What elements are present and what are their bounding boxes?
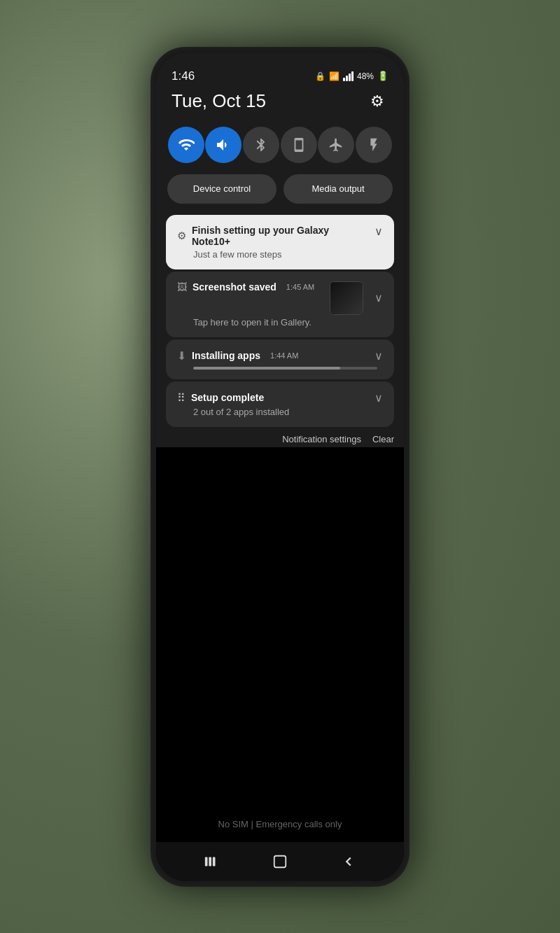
screen-toggle[interactable] <box>281 127 317 163</box>
airplane-toggle[interactable] <box>318 127 354 163</box>
installing-progress-bar <box>193 367 377 370</box>
notif-installing-expand-icon[interactable]: ∨ <box>374 349 383 363</box>
status-time: 1:46 <box>172 69 195 83</box>
notification-installing-apps[interactable]: ⬇ Installing apps 1:44 AM ∨ <box>166 339 394 379</box>
notif-setup-body: Just a few more steps <box>177 249 383 260</box>
control-buttons: Device control Media output <box>156 174 404 215</box>
current-date: Tue, Oct 15 <box>172 90 266 112</box>
installing-progress-fill <box>193 367 340 370</box>
device-control-button[interactable]: Device control <box>167 174 276 204</box>
notif-complete-expand-icon[interactable]: ∨ <box>374 391 383 405</box>
home-screen-black: No SIM | Emergency calls only <box>156 447 404 881</box>
settings-button[interactable]: ⚙ <box>366 90 388 113</box>
notif-screenshot-expand-icon[interactable]: ∨ <box>374 291 383 304</box>
notif-complete-title: Setup complete <box>191 392 264 403</box>
back-button[interactable] <box>341 854 356 869</box>
media-output-button[interactable]: Media output <box>284 174 393 204</box>
signal-bars <box>343 71 354 81</box>
notif-installing-time: 1:44 AM <box>270 351 298 360</box>
notif-setup-title: Finish setting up your Galaxy Note10+ <box>192 225 369 247</box>
notif-screenshot-body: Tap here to open it in Gallery. <box>177 317 383 328</box>
battery-icon: 🔋 <box>377 71 388 81</box>
notif-setup-icon: ⚙ <box>177 230 186 242</box>
notif-setup-expand-icon[interactable]: ∨ <box>374 225 383 238</box>
wifi-toggle[interactable] <box>168 127 204 163</box>
notification-screenshot[interactable]: 🖼 Screenshot saved 1:45 AM ∨ <box>166 272 394 337</box>
wifi-status-icon: 📶 <box>329 71 340 81</box>
screenshot-thumbnail <box>330 281 363 315</box>
svg-rect-1 <box>209 857 211 866</box>
notif-screenshot-time: 1:45 AM <box>286 283 314 291</box>
installing-progress-container <box>177 367 383 370</box>
notif-complete-body: 2 out of 2 apps installed <box>177 407 383 417</box>
notif-installing-icon: ⬇ <box>177 349 186 363</box>
torch-toggle[interactable] <box>356 127 392 163</box>
clear-notifications-button[interactable]: Clear <box>372 434 394 444</box>
phone-frame: 1:46 🔒 📶 48% 🔋 <box>150 47 410 887</box>
sound-toggle[interactable] <box>205 127 241 163</box>
notif-installing-title: Installing apps <box>192 350 260 361</box>
home-button[interactable] <box>272 854 288 869</box>
notification-panel: 1:46 🔒 📶 48% 🔋 <box>156 52 404 881</box>
date-row: Tue, Oct 15 ⚙ <box>156 87 404 124</box>
status-icons: 🔒 📶 48% 🔋 <box>315 71 388 81</box>
camera-notch <box>276 58 284 66</box>
notification-settings-button[interactable]: Notification settings <box>282 434 361 444</box>
notif-screenshot-icon: 🖼 <box>177 281 187 293</box>
bluetooth-toggle[interactable] <box>243 127 279 163</box>
no-sim-text: No SIM | Emergency calls only <box>218 819 342 829</box>
lock-icon: 🔒 <box>315 71 326 81</box>
notification-actions: Notification settings Clear <box>156 427 404 447</box>
battery-percentage: 48% <box>357 71 374 81</box>
quick-toggles <box>156 124 404 174</box>
notif-screenshot-title: Screenshot saved <box>192 281 276 293</box>
svg-rect-3 <box>274 855 286 867</box>
svg-rect-2 <box>213 857 216 866</box>
navigation-bar <box>156 842 404 881</box>
recents-button[interactable] <box>204 854 219 869</box>
notif-header: ⚙ Finish setting up your Galaxy Note10+ … <box>177 225 383 247</box>
screen-content: 1:46 🔒 📶 48% 🔋 <box>156 52 404 881</box>
notifications-list: ⚙ Finish setting up your Galaxy Note10+ … <box>156 215 404 427</box>
phone-screen: 1:46 🔒 📶 48% 🔋 <box>156 52 404 881</box>
notification-setup[interactable]: ⚙ Finish setting up your Galaxy Note10+ … <box>166 215 394 269</box>
notification-setup-complete[interactable]: ⠿ Setup complete ∨ 2 out of 2 apps insta… <box>166 381 394 427</box>
notif-complete-icon: ⠿ <box>177 391 186 405</box>
svg-rect-0 <box>205 857 208 866</box>
